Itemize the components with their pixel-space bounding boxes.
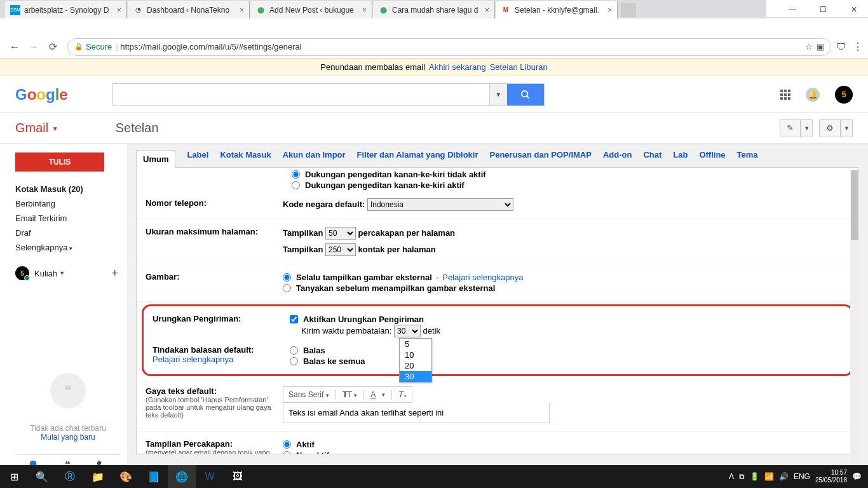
- conv-size-select[interactable]: 50: [325, 227, 356, 240]
- edit-icon[interactable]: ✎: [780, 119, 801, 137]
- learn-more-link[interactable]: Pelajari selengkapnya: [153, 355, 233, 364]
- sidebar-sent[interactable]: Email Terkirim: [15, 211, 127, 226]
- back-button[interactable]: ←: [5, 37, 24, 57]
- scrollbar[interactable]: [850, 170, 859, 474]
- minimize-button[interactable]: —: [778, 5, 806, 14]
- browser-tabs: DSMarbeitsplatz - Synology D× ◔Dashboard…: [0, 0, 766, 18]
- undo-option-30[interactable]: 30: [400, 371, 431, 382]
- popup-blocked-icon[interactable]: ▣: [817, 42, 824, 51]
- tab-chat[interactable]: Chat: [643, 150, 661, 167]
- banner-end-link[interactable]: Akhiri sekarang: [429, 62, 486, 72]
- notes-icon[interactable]: 📘: [140, 465, 168, 488]
- photos-icon[interactable]: 🖼: [224, 465, 252, 488]
- forward-button[interactable]: →: [24, 37, 43, 57]
- reply-radio[interactable]: [290, 346, 298, 355]
- explorer-icon[interactable]: 📁: [84, 465, 112, 488]
- rtl-on-radio[interactable]: [292, 181, 300, 189]
- tab-lab[interactable]: Lab: [673, 150, 688, 167]
- apps-icon[interactable]: [780, 90, 790, 100]
- paint-icon[interactable]: 🎨: [112, 465, 140, 488]
- undo-option-20[interactable]: 20: [400, 360, 431, 371]
- conv-on-radio[interactable]: [283, 440, 291, 449]
- tab-label[interactable]: Label: [187, 150, 208, 167]
- close-icon[interactable]: ×: [362, 6, 367, 15]
- dropbox-icon[interactable]: ⧉: [739, 472, 745, 481]
- undo-option-5[interactable]: 5: [400, 339, 431, 349]
- sidebar-draft[interactable]: Draf: [15, 226, 127, 240]
- clear-format-icon[interactable]: Tₓ: [398, 390, 406, 399]
- rtl-off-radio[interactable]: [292, 170, 300, 179]
- reload-button[interactable]: ⟳: [43, 37, 62, 57]
- images-ask-radio[interactable]: [283, 284, 291, 292]
- contact-size-select[interactable]: 250: [325, 243, 356, 256]
- banner-vacation-link[interactable]: Setelan Liburan: [490, 62, 548, 72]
- sidebar-more[interactable]: Selengkapnya: [15, 240, 127, 255]
- star-icon[interactable]: ☆: [805, 42, 813, 51]
- tray-chevron-icon[interactable]: ᐱ: [729, 472, 734, 481]
- undo-enable-checkbox[interactable]: [290, 315, 298, 323]
- volume-icon[interactable]: 🔊: [779, 472, 789, 481]
- chrome-icon[interactable]: 🌐: [168, 465, 196, 488]
- add-label-button[interactable]: +: [111, 267, 118, 280]
- start-button[interactable]: ⊞: [0, 465, 28, 488]
- conv-off-radio[interactable]: [283, 451, 291, 454]
- menu-icon[interactable]: ⋮: [853, 41, 863, 53]
- font-select[interactable]: Sans Serif ▾: [288, 390, 329, 399]
- label-name[interactable]: Kuliah: [34, 269, 57, 278]
- tab-offline[interactable]: Offline: [699, 150, 725, 167]
- compose-button[interactable]: TULIS: [15, 152, 104, 172]
- gmail-brand[interactable]: Gmail ▼: [15, 121, 58, 135]
- learn-more-link[interactable]: Pelajari selengkapnya: [442, 273, 523, 282]
- gear-dropdown[interactable]: ▼: [841, 119, 853, 137]
- google-logo[interactable]: Google: [15, 86, 68, 104]
- close-icon[interactable]: ×: [117, 6, 121, 15]
- close-icon[interactable]: ×: [240, 6, 244, 15]
- close-icon[interactable]: ×: [607, 6, 612, 15]
- undo-time-select[interactable]: 30: [394, 325, 421, 337]
- images-always-radio[interactable]: [283, 273, 291, 281]
- notifications-tray-icon[interactable]: 💬: [852, 472, 862, 481]
- tab-addon[interactable]: Add-on: [603, 150, 632, 167]
- new-tab-button[interactable]: [621, 3, 636, 17]
- wifi-icon[interactable]: 📶: [764, 472, 774, 481]
- notifications-icon[interactable]: 🔔: [806, 88, 820, 102]
- search-input[interactable]: [113, 84, 489, 105]
- tab-general[interactable]: Umum: [136, 150, 175, 168]
- browser-tab[interactable]: ⬤Add New Post ‹ bukugue×: [250, 1, 372, 18]
- r-app-icon[interactable]: Ⓡ: [56, 465, 84, 488]
- reply-all-radio[interactable]: [290, 357, 298, 365]
- lang-indicator[interactable]: ENG: [794, 472, 810, 481]
- label-avatar[interactable]: 5: [15, 266, 29, 280]
- search-dropdown[interactable]: ▼: [489, 84, 507, 105]
- browser-tab[interactable]: MSetelan - kknlyfe@gmail.×: [496, 1, 618, 18]
- sidebar-starred[interactable]: Berbintang: [15, 196, 127, 211]
- tab-theme[interactable]: Tema: [737, 150, 758, 167]
- browser-tab[interactable]: ◔Dashboard ‹ NonaTekno×: [128, 1, 250, 18]
- gear-icon[interactable]: ⚙: [819, 119, 841, 137]
- sidebar-inbox[interactable]: Kotak Masuk (20): [15, 182, 127, 196]
- maximize-button[interactable]: ☐: [810, 5, 837, 14]
- close-icon[interactable]: ×: [485, 6, 489, 15]
- country-select[interactable]: Indonesia: [367, 198, 513, 211]
- browser-tab[interactable]: DSMarbeitsplatz - Synology D×: [5, 1, 127, 18]
- close-button[interactable]: ✕: [840, 5, 868, 14]
- tab-inbox[interactable]: Kotak Masuk: [220, 150, 271, 167]
- clock[interactable]: 10:5725/05/2018: [815, 469, 847, 484]
- edit-dropdown[interactable]: ▼: [801, 119, 813, 137]
- url-input[interactable]: Secure | https://mail.google.com/mail/u/…: [67, 38, 831, 56]
- tab-forwarding[interactable]: Penerusan dan POP/IMAP: [490, 150, 592, 167]
- undo-option-10[interactable]: 10: [400, 349, 431, 360]
- color-icon[interactable]: A: [370, 390, 376, 399]
- tab-filters[interactable]: Filter dan Alamat yang Diblokir: [357, 150, 478, 167]
- account-avatar[interactable]: 5: [835, 86, 853, 104]
- browser-tab[interactable]: ⬤Cara mudah share lagu d×: [373, 1, 495, 18]
- chat-start-link[interactable]: Mulai yang baru: [15, 433, 121, 442]
- search-icon[interactable]: 🔍: [28, 465, 56, 488]
- search-button[interactable]: [507, 84, 544, 105]
- shield-icon[interactable]: 🛡: [836, 41, 846, 53]
- undo-time-dropdown: 5 10 20 30: [399, 338, 432, 383]
- tab-accounts[interactable]: Akun dan Impor: [283, 150, 346, 167]
- battery-icon[interactable]: 🔋: [750, 472, 759, 481]
- size-icon[interactable]: 𝗧T ▾: [342, 390, 357, 399]
- word-icon[interactable]: W: [196, 465, 224, 488]
